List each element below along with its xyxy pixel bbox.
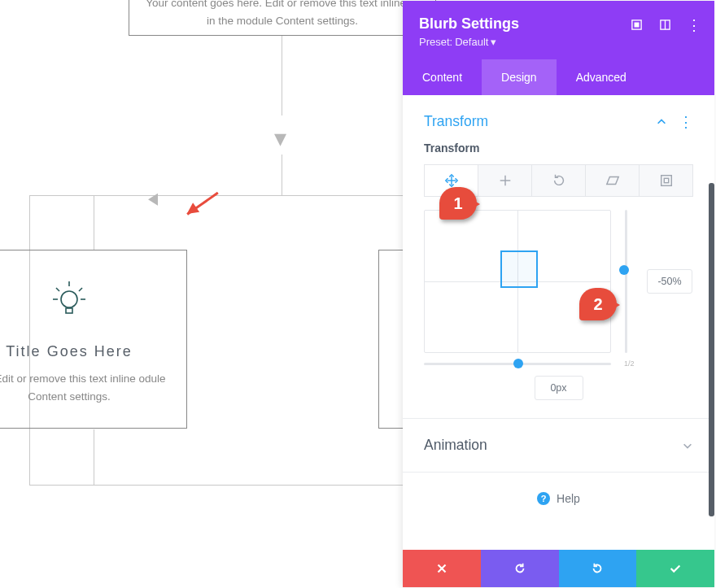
tab-design[interactable]: Design [482,59,557,95]
flow-arrow-down-icon: ▾ [274,126,286,150]
transform-field-label: Transform [424,142,693,155]
tab-advanced[interactable]: Advanced [557,59,646,95]
help-icon: ? [537,492,550,505]
svg-rect-6 [66,308,72,313]
svg-rect-15 [664,178,668,182]
svg-marker-13 [606,177,618,185]
section-more-icon[interactable]: ⋮ [679,115,693,129]
horizontal-offset-slider[interactable] [424,363,611,365]
transform-origin-tab[interactable] [640,164,693,197]
transform-translate-tab[interactable] [478,164,532,197]
transform-skew-tab[interactable] [586,164,640,197]
chevron-up-icon [656,116,667,128]
svg-point-5 [61,291,77,307]
bg-blurb-top: Your content goes here. Edit or remove t… [129,0,436,36]
annotation-badge-1: 1 [439,187,477,220]
annotation-badge-2: 2 [579,288,617,320]
slider-thumb[interactable] [619,265,629,275]
more-icon[interactable]: ⋮ [688,19,700,31]
chevron-down-icon [682,440,693,451]
blurb-body: ere. Edit or remove this text inline odu… [0,370,170,405]
transform-rotate-tab[interactable] [532,164,586,197]
settings-panel: Blurb Settings Preset: Default ▾ ⋮ Conte… [403,1,714,587]
vertical-offset-value[interactable]: -50% [647,269,692,294]
blurb-card-left[interactable]: Title Goes Here ere. Edit or remove this… [0,250,187,429]
chevron-down-icon: ▾ [491,36,496,48]
svg-rect-14 [661,176,671,186]
flow-arrow-left-icon: ◂ [148,183,158,211]
slider-thumb[interactable] [513,359,523,368]
svg-line-2 [79,288,82,291]
redo-button[interactable] [559,550,637,587]
blurb-title: Title Goes Here [0,343,170,360]
columns-icon[interactable] [659,19,671,31]
xy-handle[interactable] [500,250,538,288]
svg-line-1 [56,288,59,291]
panel-footer [403,550,714,587]
tab-content[interactable]: Content [403,59,482,95]
horizontal-offset-value[interactable]: 0px [535,376,583,400]
preset-dropdown[interactable]: Preset: Default ▾ [419,36,698,48]
section-animation-toggle[interactable]: Animation [403,419,714,472]
lightbulb-icon [50,280,89,322]
slider-max-tick: 1/2 [624,359,635,368]
help-link[interactable]: ? Help [403,473,714,525]
section-transform-toggle[interactable]: Transform ⋮ [403,95,714,142]
panel-header: Blurb Settings Preset: Default ▾ ⋮ [403,1,714,59]
save-button[interactable] [636,550,714,587]
annotation-arrow-icon [179,210,228,242]
svg-rect-8 [635,23,639,27]
settings-tabs: Content Design Advanced [403,59,714,95]
expand-icon[interactable] [631,19,643,31]
scrollbar[interactable] [709,183,714,516]
transform-xy-pad[interactable] [424,210,611,353]
discard-button[interactable] [403,550,481,587]
vertical-offset-slider[interactable] [622,210,629,353]
undo-button[interactable] [481,550,559,587]
